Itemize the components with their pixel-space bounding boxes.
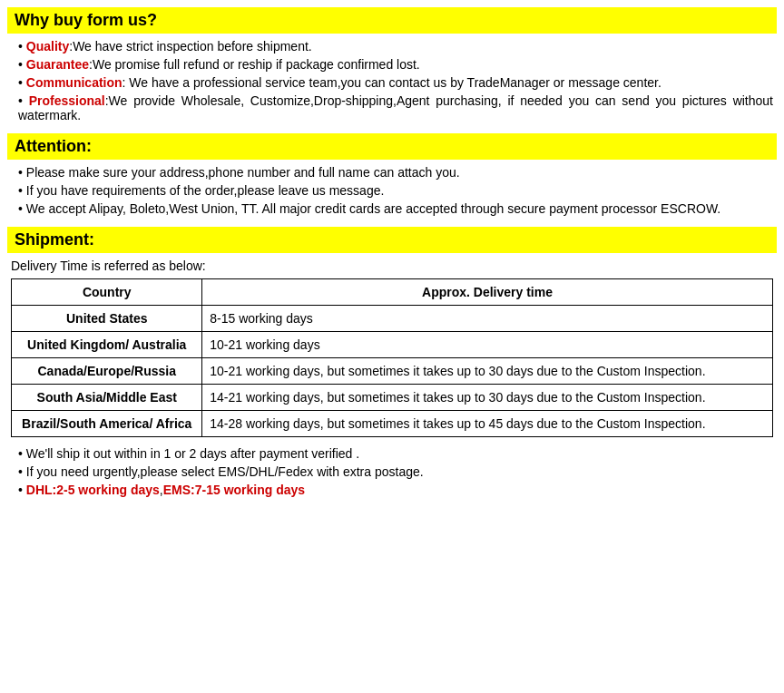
attention-section: Attention: Please make sure your address… [7, 133, 777, 216]
ems-label: EMS: [163, 483, 195, 497]
table-header-row: Country Approx. Delivery time [12, 279, 773, 306]
shipment-heading: Shipment: [7, 227, 777, 253]
why-buy-section: Why buy form us? Quality:We have strict … [7, 7, 777, 122]
table-row: United States8-15 working days [12, 306, 773, 332]
delivery-cell: 14-28 working days, but sometimes it tak… [202, 411, 773, 437]
delivery-cell: 8-15 working days [202, 306, 773, 332]
quality-label: Quality [26, 39, 69, 54]
quality-text: :We have strict inspection before shipme… [69, 39, 311, 54]
delivery-intro: Delivery Time is referred as below: [7, 259, 777, 273]
professional-text: :We provide Wholesale, Customize,Drop-sh… [18, 93, 773, 122]
why-buy-heading: Why buy form us? [7, 7, 777, 34]
shipment-notes: We'll ship it out within in 1 or 2 days … [7, 446, 777, 497]
guarantee-bullet: Guarantee:We promise full refund or resh… [11, 57, 773, 72]
attention-bullet-1: Please make sure your address,phone numb… [11, 165, 773, 180]
note-bullet-1: We'll ship it out within in 1 or 2 days … [11, 446, 773, 461]
guarantee-label: Guarantee [26, 57, 89, 72]
delivery-cell: 10-21 working days, but sometimes it tak… [202, 358, 773, 385]
guarantee-text: :We promise full refund or reship if pac… [89, 57, 420, 72]
delivery-table: Country Approx. Delivery time United Sta… [11, 278, 773, 437]
communication-text: : We have a professional service team,yo… [122, 75, 662, 90]
country-header: Country [12, 279, 202, 306]
country-cell: United States [12, 306, 202, 332]
communication-label: Communication [26, 75, 122, 90]
country-cell: South Asia/Middle East [12, 385, 202, 411]
note-bullet-2: If you need urgently,please select EMS/D… [11, 464, 773, 479]
table-row: Canada/Europe/Russia10-21 working days, … [12, 358, 773, 385]
table-row: United Kingdom/ Australia10-21 working d… [12, 332, 773, 358]
ems-days: 7-15 working days [195, 483, 305, 497]
delivery-cell: 10-21 working days [202, 332, 773, 358]
professional-bullet: Professional:We provide Wholesale, Custo… [11, 93, 773, 122]
communication-bullet: Communication: We have a professional se… [11, 75, 773, 90]
table-row: South Asia/Middle East14-21 working days… [12, 385, 773, 411]
attention-bullet-2: If you have requirements of the order,pl… [11, 183, 773, 198]
attention-heading: Attention: [7, 133, 777, 160]
attention-bullet-3: We accept Alipay, Boleto,West Union, TT.… [11, 201, 773, 216]
shipment-section: Shipment: Delivery Time is referred as b… [7, 227, 777, 497]
delivery-header: Approx. Delivery time [202, 279, 773, 306]
table-row: Brazil/South America/ Africa14-28 workin… [12, 411, 773, 437]
attention-content: Please make sure your address,phone numb… [7, 165, 777, 216]
quality-bullet: Quality:We have strict inspection before… [11, 39, 773, 54]
note-bullet-3: DHL:2-5 working days,EMS:7-15 working da… [11, 483, 773, 497]
country-cell: Brazil/South America/ Africa [12, 411, 202, 437]
country-cell: Canada/Europe/Russia [12, 358, 202, 385]
country-cell: United Kingdom/ Australia [12, 332, 202, 358]
delivery-cell: 14-21 working days, but sometimes it tak… [202, 385, 773, 411]
dhl-days: 2-5 working days [56, 483, 160, 497]
why-buy-content: Quality:We have strict inspection before… [7, 39, 777, 122]
dhl-label: DHL: [26, 483, 56, 497]
professional-label: Professional [29, 93, 105, 108]
